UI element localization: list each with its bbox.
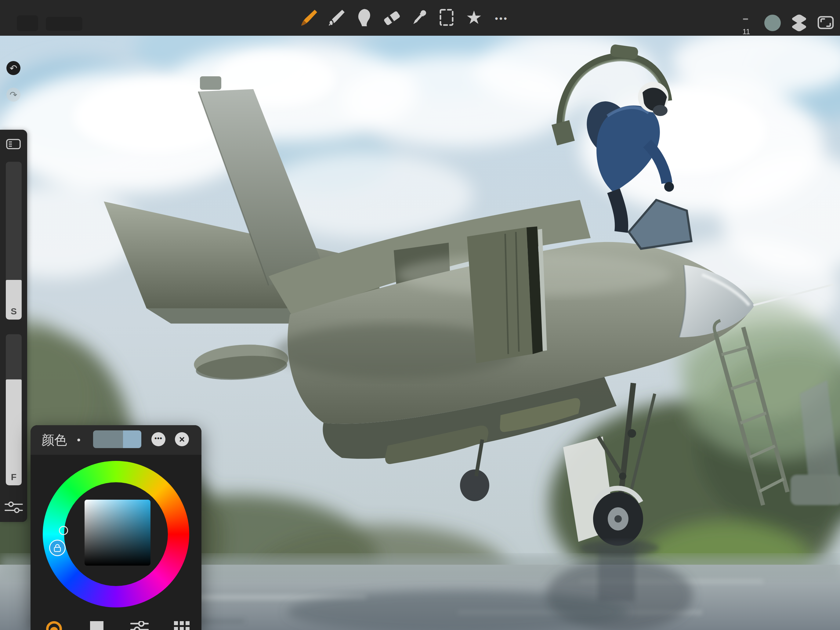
ellipsis-icon: ••• [155,434,163,442]
brush-settings-icon[interactable] [4,501,24,514]
saturation-square[interactable] [85,500,150,565]
smudge-tool-button[interactable] [352,4,376,32]
brush-size-label: S [6,306,22,317]
brush-size-slider[interactable]: S [6,162,22,320]
brush-sidebar: S F [0,130,27,522]
color-panel-title-bullet: • [77,425,81,455]
brush-tool-button[interactable] [297,4,321,32]
minimize-dash-icon [743,18,748,20]
selection-icon [437,8,456,27]
brush-flow-slider[interactable]: F [6,334,22,485]
smudge-icon [354,8,374,27]
color-wheel-tab-icon [46,621,63,630]
layers-icon[interactable] [790,13,808,32]
more-tools-button[interactable]: ••• [489,4,514,32]
top-toolbar: ★ ••• 11 [0,0,840,36]
color-panel: 颜色 • ••• × [30,425,201,630]
blend-brush-tool-button[interactable] [324,4,349,32]
ghost-icon [46,17,82,31]
favorites-tool-button[interactable]: ★ [462,4,486,32]
fullscreen-icon[interactable] [817,14,835,31]
app-window: ★ ••• 11 ↶ ↷ [0,0,840,630]
brush-icon [300,8,319,27]
color-panel-title: 颜色 [41,425,67,455]
color-panel-more-button[interactable]: ••• [152,432,166,446]
redo-button[interactable]: ↷ [6,88,21,102]
sliders-tab-icon [130,621,148,630]
brush-flow-label: F [6,472,22,482]
previous-color-swatch[interactable] [93,430,123,448]
brush-panel-icon[interactable] [6,139,21,149]
redo-icon: ↷ [9,90,17,100]
tab-sliders[interactable] [130,621,148,630]
lock-icon [54,543,62,553]
selection-tool-button[interactable] [434,4,459,32]
undo-button[interactable]: ↶ [6,61,21,75]
more-icon: ••• [495,13,508,24]
color-puck[interactable] [764,15,781,31]
eraser-icon [382,8,401,27]
hue-lock-handle[interactable] [49,540,66,556]
grid-tab-icon [174,621,190,630]
color-panel-close-button[interactable]: × [175,432,189,446]
layer-count-badge: 11 [739,27,754,36]
ghost-icon [17,15,38,31]
brush-size-fill: S [6,280,22,320]
tab-color-wheel[interactable] [46,621,63,630]
tab-palette-grid[interactable] [174,621,190,630]
brush-flow-fill: F [6,379,22,485]
close-icon: × [179,434,185,445]
eraser-tool-button[interactable] [379,4,404,32]
color-swatch-pair[interactable] [93,430,141,448]
current-color-swatch[interactable] [123,430,141,448]
star-icon: ★ [466,4,482,32]
undo-icon: ↶ [9,63,17,74]
saturation-cursor[interactable] [59,526,68,535]
tab-swatch[interactable] [90,621,103,630]
eyedropper-icon [409,8,429,27]
eyedropper-tool-button[interactable] [407,4,431,32]
color-panel-header[interactable]: 颜色 • ••• × [30,425,201,455]
blend-brush-icon [327,8,346,27]
